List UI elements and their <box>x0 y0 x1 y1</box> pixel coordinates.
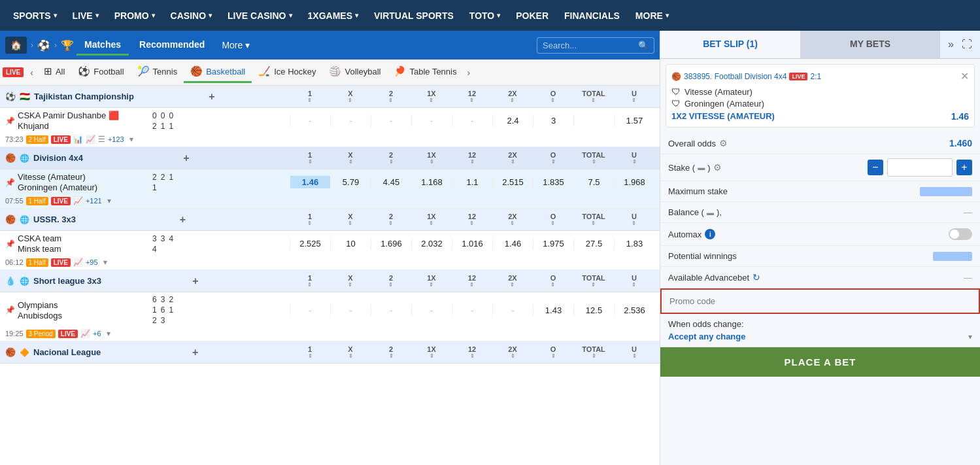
odds-cell-o-olympians[interactable]: 1.43 <box>533 304 573 317</box>
league-ussr3x3-add[interactable]: + <box>180 214 186 226</box>
promo-code-input[interactable] <box>669 294 971 309</box>
chart-icon-cska-pamir[interactable]: 📈 <box>86 135 95 144</box>
trophy-icon[interactable]: 🏆 <box>61 39 74 52</box>
table-icon-cska-pamir[interactable]: ☰ <box>98 135 105 144</box>
odds-cell-2-vitesse[interactable]: 4.45 <box>371 176 411 188</box>
advancebet-refresh-icon[interactable]: ↻ <box>752 272 760 283</box>
nav-poker[interactable]: POKER <box>509 7 555 25</box>
sports-ball-icon[interactable]: ⚽ <box>37 39 50 52</box>
odds-cell-12-cska-team[interactable]: 1.016 <box>452 237 492 250</box>
fullscreen-btn[interactable]: ⛶ <box>959 36 975 53</box>
expand-icon-cska-pamir[interactable]: ▾ <box>129 135 133 144</box>
odds-cell-x-cska-team[interactable]: 10 <box>330 237 371 250</box>
odds-cell-2x-olympians[interactable]: - <box>492 304 533 317</box>
chart-icon-vitesse[interactable]: 📈 <box>73 196 83 205</box>
odds-cell-2x-cska-team[interactable]: 1.46 <box>492 237 533 250</box>
league-nacional-add[interactable]: + <box>192 347 198 358</box>
odds-cell-1-cska-team[interactable]: 2.525 <box>290 237 330 250</box>
odds-cell-1x-olympians[interactable]: - <box>411 304 452 317</box>
plus-more-vitesse[interactable]: +121 <box>86 197 102 205</box>
tab-bet-slip[interactable]: BET SLIP (1) <box>660 31 800 58</box>
tab-matches[interactable]: Matches <box>76 35 129 56</box>
sport-tab-tennis[interactable]: 🎾 Tennis <box>131 61 184 83</box>
sport-tab-football[interactable]: ⚽ Football <box>71 61 130 83</box>
tab-recommended[interactable]: Recommended <box>131 35 212 56</box>
sport-tab-volleyball[interactable]: 🏐 Volleyball <box>322 61 387 83</box>
plus-more-cska-team[interactable]: +95 <box>86 258 98 266</box>
stake-input[interactable] <box>887 158 953 177</box>
nav-sports[interactable]: SPORTS ▾ <box>7 7 63 25</box>
stake-increase-btn[interactable]: + <box>956 160 972 175</box>
odds-cell-1x-vitesse[interactable]: 1.168 <box>411 176 452 188</box>
odds-cell-12-olympians[interactable]: - <box>452 304 492 317</box>
odds-cell-o-vitesse[interactable]: 1.835 <box>533 176 573 188</box>
league-tajikistan-add[interactable]: + <box>209 91 214 103</box>
home-button[interactable]: 🏠 <box>5 37 27 54</box>
odds-cell-2x[interactable]: 2.4 <box>492 114 533 127</box>
sport-tab-basketball[interactable]: 🏀 Basketball <box>184 61 252 83</box>
automax-info-icon[interactable]: i <box>705 229 715 239</box>
nav-more[interactable]: MORE ▾ <box>629 7 675 25</box>
odds-change-value[interactable]: Accept any change ▾ <box>668 332 972 341</box>
odds-cell-o-cska-team[interactable]: 1.975 <box>533 237 573 250</box>
odds-cell-1[interactable]: - <box>290 114 330 127</box>
odds-cell-u-cska-team[interactable]: 1.83 <box>614 237 654 250</box>
odds-cell-1x[interactable]: - <box>411 114 452 127</box>
odds-cell-u-olympians[interactable]: 2.536 <box>614 304 654 317</box>
sport-tab-right-arrow[interactable]: › <box>463 67 474 78</box>
expand-icon-cska-team[interactable]: ▾ <box>103 258 107 267</box>
nav-live-casino[interactable]: LIVE CASINO ▾ <box>221 7 298 25</box>
expand-icon-vitesse[interactable]: ▾ <box>107 196 111 205</box>
plus-more-cska-pamir[interactable]: +123 <box>108 135 124 143</box>
odds-cell-2x-vitesse[interactable]: 2.515 <box>492 176 533 188</box>
search-box[interactable]: 🔍 <box>537 37 654 54</box>
chart-icon-cska-team[interactable]: 📈 <box>73 258 83 267</box>
nav-toto[interactable]: TOTO ▾ <box>463 7 507 25</box>
odds-cell-u[interactable]: 1.57 <box>614 114 654 127</box>
stake-decrease-btn[interactable]: − <box>868 160 883 175</box>
odds-cell-12[interactable]: - <box>452 114 492 127</box>
nav-1xgames[interactable]: 1XGAMES ▾ <box>301 7 365 25</box>
nav-promo[interactable]: PROMO ▾ <box>108 7 161 25</box>
odds-cell-u-vitesse[interactable]: 1.968 <box>614 176 654 188</box>
plus-more-olympians[interactable]: +6 <box>93 330 101 337</box>
odds-cell-12-vitesse[interactable]: 1.1 <box>452 176 492 188</box>
sport-tab-left-arrow[interactable]: ‹ <box>26 67 37 78</box>
odds-cell-total[interactable] <box>573 114 614 127</box>
odds-cell-total-olympians[interactable]: 12.5 <box>573 304 614 317</box>
search-input[interactable] <box>543 41 634 50</box>
odds-cell-1-olympians[interactable]: - <box>290 304 330 317</box>
league-division4x4-add[interactable]: + <box>183 152 189 164</box>
odds-cell-1x-cska-team[interactable]: 2.032 <box>411 237 452 250</box>
pin-icon-cska-team: 📌 <box>5 239 15 249</box>
bet-close-btn[interactable]: ✕ <box>960 70 969 82</box>
expand-all-btn[interactable]: » <box>945 36 956 53</box>
chart-icon-olympians[interactable]: 📈 <box>80 329 90 338</box>
odds-cell-2[interactable]: - <box>371 114 411 127</box>
sport-tab-table-tennis[interactable]: 🏓 Table Tennis <box>387 61 463 83</box>
place-bet-button[interactable]: PLACE A BET <box>660 347 980 377</box>
odds-cell-o[interactable]: 3 <box>533 114 573 127</box>
odds-cell-x-vitesse[interactable]: 5.79 <box>330 176 371 188</box>
sport-tab-ice-hockey[interactable]: 🏒 Ice Hockey <box>252 61 322 83</box>
stats-icon-cska-pamir[interactable]: 📊 <box>73 135 83 144</box>
odds-cell-1-vitesse[interactable]: 1.46 <box>290 176 330 188</box>
nav-live[interactable]: LIVE ▾ <box>66 7 105 25</box>
stake-gear-icon[interactable]: ⚙ <box>713 162 722 173</box>
odds-cell-x-olympians[interactable]: - <box>330 304 371 317</box>
expand-icon-olympians[interactable]: ▾ <box>107 329 110 338</box>
sport-tab-all[interactable]: ⊞ All <box>37 61 71 83</box>
tab-more[interactable]: More ▾ <box>215 36 256 54</box>
league-short3x3-add[interactable]: + <box>192 275 198 287</box>
odds-cell-2-olympians[interactable]: - <box>371 304 411 317</box>
overall-odds-gear-icon[interactable]: ⚙ <box>719 138 728 148</box>
odds-cell-2-cska-team[interactable]: 1.696 <box>371 237 411 250</box>
automax-toggle[interactable] <box>949 228 972 240</box>
nav-virtual-sports[interactable]: VIRTUAL SPORTS <box>367 7 460 25</box>
odds-cell-total-cska-team[interactable]: 27.5 <box>573 237 614 250</box>
odds-cell-total-vitesse[interactable]: 7.5 <box>573 176 614 188</box>
tab-my-bets[interactable]: MY BETS <box>800 31 940 58</box>
nav-casino[interactable]: CASINO ▾ <box>164 7 218 25</box>
odds-cell-x[interactable]: - <box>330 114 371 127</box>
nav-financials[interactable]: FINANCIALS <box>558 7 626 25</box>
